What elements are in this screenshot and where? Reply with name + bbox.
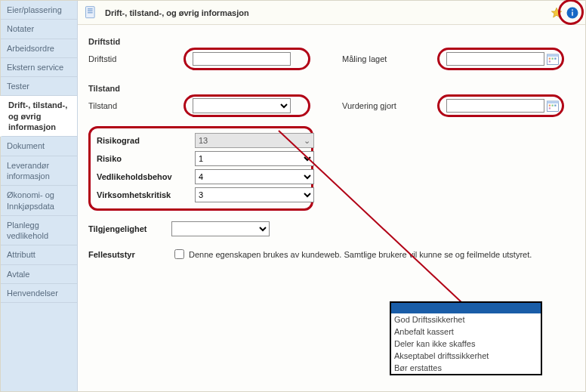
label-tilgjengelighet: Tilgjengelighet [88,224,171,233]
sidebar: Eier/plassering Notater Arbeidsordre Eks… [1,1,78,391]
label-vurdering-gjort: Vurdering gjort [342,101,425,110]
svg-rect-12 [554,58,556,60]
svg-rect-0 [86,6,95,17]
content-area: Driftstid Driftstid Måling laget [78,25,585,267]
tilstand-grid: Tilstand Vurdering gjort [88,96,575,116]
sidebar-item-planlegg[interactable]: Planlegg vedlikehold [1,216,77,246]
title-bar: Drift-, tilstand-, og øvrig informasjon [78,1,585,25]
driftstid-grid: Driftstid Måling laget [88,49,575,69]
dropdown-header [391,303,541,313]
risk-block: Risikograd 13 ⌄ Risiko 1 Vedlikeholdsbeh… [88,126,313,211]
sidebar-item-tester[interactable]: Tester [1,77,77,96]
svg-rect-10 [549,58,551,60]
svg-rect-19 [549,107,551,109]
svg-rect-1 [88,8,93,9]
value-risikograd: 13 [199,136,208,145]
page-title: Drift-, tilstand-, og øvrig informasjon [105,8,551,17]
sidebar-item-drift[interactable]: Drift-, tilstand-, og øvrig informasjon [0,96,77,137]
tilstand-dropdown-popup: God Driftssikkerhet Anbefalt kassert Del… [390,301,542,375]
select-tilstand[interactable] [193,98,291,113]
sidebar-item-ekstern[interactable]: Ekstern service [1,58,77,77]
page-icon [84,5,99,20]
svg-marker-4 [551,8,561,17]
svg-rect-6 [572,11,573,15]
dropdown-option[interactable]: Bør erstattes [391,362,541,374]
sidebar-item-leverandor[interactable]: Leverandør informasjon [1,156,77,187]
info-icon[interactable] [566,6,579,20]
sidebar-item-avtale[interactable]: Avtale [1,265,77,284]
sidebar-item-okonomi[interactable]: Økonomi- og Innkjøpsdata [1,186,77,216]
svg-rect-15 [547,101,559,103]
label-vedlikeholdsbehov: Vedlikeholdsbehov [97,172,195,181]
risk-grid: Risikograd 13 ⌄ Risiko 1 Vedlikeholdsbeh… [97,133,305,202]
favorite-star-icon[interactable] [551,7,563,19]
readonly-risikograd: 13 ⌄ [195,133,314,148]
lower-grid: Tilgjengelighet Fellesutstyr Denne egens… [88,221,575,261]
select-risiko[interactable]: 1 [195,151,314,166]
select-vedlikeholdsbehov[interactable]: 4 [195,169,314,184]
calendar-icon[interactable] [546,99,560,113]
svg-rect-2 [88,10,93,11]
select-virksomhetskritisk[interactable]: 3 [195,187,314,202]
input-driftstid[interactable] [193,52,291,66]
label-driftstid: Driftstid [88,54,171,63]
sidebar-item-attributt[interactable]: Attributt [1,245,77,264]
svg-rect-13 [549,60,551,62]
label-tilstand: Tilstand [88,101,171,110]
label-risiko: Risiko [97,154,195,163]
dropdown-option[interactable]: Akseptabel driftssikkerhet [391,350,541,362]
svg-rect-16 [549,105,551,106]
svg-rect-11 [552,58,554,60]
section-title-driftstid: Driftstid [88,37,575,46]
dropdown-option[interactable]: Deler kan ikke skaffes [391,338,541,350]
svg-rect-17 [552,105,554,106]
app-root: Eier/plassering Notater Arbeidsordre Eks… [0,0,586,392]
svg-rect-7 [572,9,573,11]
label-fellesutstyr: Fellesutstyr [88,250,171,259]
dropdown-option[interactable]: God Driftssikkerhet [391,313,541,326]
dropdown-option[interactable]: Anbefalt kassert [391,326,541,338]
calendar-icon[interactable] [546,52,560,66]
svg-rect-18 [554,105,556,106]
input-maling-laget[interactable] [446,52,544,66]
desc-fellesutstyr: Denne egenskapen brukes av kundeweb. Sam… [189,250,532,259]
svg-rect-9 [547,54,559,57]
select-tilgjengelighet[interactable] [171,221,270,236]
svg-rect-3 [88,12,93,13]
sidebar-item-dokument[interactable]: Dokument [1,137,77,156]
sidebar-item-henvendelser[interactable]: Henvendelser [1,284,77,303]
chevron-down-icon: ⌄ [304,136,310,146]
sidebar-item-notater[interactable]: Notater [1,20,77,39]
checkbox-fellesutstyr[interactable] [174,249,184,259]
label-maling-laget: Måling laget [342,54,425,63]
sidebar-item-arbeidsordre[interactable]: Arbeidsordre [1,39,77,58]
sidebar-item-eier[interactable]: Eier/plassering [1,1,77,20]
label-virksomhetskritisk: Virksomhetskritisk [97,190,195,199]
section-title-tilstand: Tilstand [88,84,575,93]
input-vurdering-gjort[interactable] [446,99,544,113]
label-risikograd: Risikograd [97,136,195,145]
